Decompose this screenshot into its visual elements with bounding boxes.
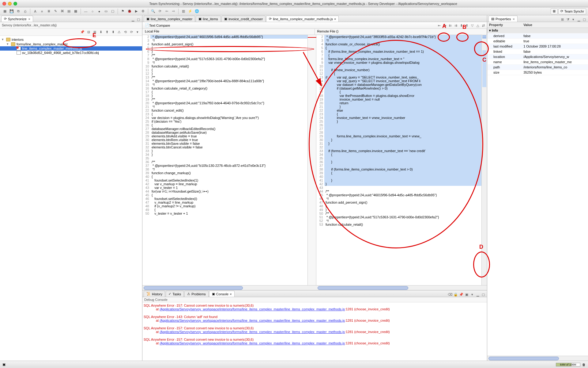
perspective-label: Team Synchr [564,10,584,13]
align-left-icon[interactable]: ≡ [39,8,45,14]
copy-all-left-icon[interactable]: ⇇ [448,23,453,28]
prev-change-icon[interactable]: △ [475,23,480,28]
minimize-view-icon[interactable]: ▁ [576,17,581,22]
menu-icon[interactable]: ▾ [135,29,140,35]
save-icon[interactable]: 💾 [9,8,15,14]
perspective-team-sync[interactable]: ⟳ Team Synchr [558,8,586,14]
tab-problems[interactable]: ⚠ Problems [184,291,208,297]
tree-item-root[interactable]: ▾interiors [0,37,142,42]
editor-tab-3[interactable]: ⟳ line_items_complex_master_methods.js × [266,16,339,22]
next-change-icon[interactable]: ▽ [470,23,475,28]
close-icon[interactable]: × [28,17,30,21]
zoom-window-button[interactable] [13,2,17,6]
run-icon[interactable]: ▶ [133,8,139,14]
left-hscrollbar[interactable] [142,285,308,290]
nav-back-icon[interactable]: ⇦ [164,8,170,14]
circle-icon[interactable]: ○ [89,8,96,14]
copy-all-right-icon[interactable]: ⇉ [453,23,458,28]
local-file-title: Local File [142,29,315,35]
maximize-view-icon[interactable]: ▢ [481,292,486,297]
local-file-pane[interactable]: 2 * @properties={typeid:24,uuid:"46015f9… [142,35,308,285]
tree-item-folder[interactable]: ▾forms/line_items_complex_master [0,42,142,46]
close-window-button[interactable] [2,2,6,6]
link-icon[interactable]: ⌘ [59,8,65,14]
debug-icon[interactable]: 🐞 [126,8,133,14]
pin-console-icon[interactable]: 📌 [459,292,464,297]
main-toolbar: ▦ 💾 ⧉ ⎙ A ≡ ≣ ✎ ⌘ ▤ ▦ — ○ ● ▭ ▢ ⚑ 🐞 ▶ ⚙ … [0,7,588,15]
filled-circle-icon[interactable]: ● [96,8,102,14]
editor-tab-0[interactable]: ▣ line_items_complex_master [144,16,195,22]
window-title: Team Synchronizing - Servoy (interiors/f… [21,2,586,6]
close-icon[interactable]: × [230,292,232,296]
scroll-lock-icon[interactable]: 🔒 [453,292,458,297]
commit-icon[interactable]: ⟳ [129,29,134,35]
collapse-all-icon[interactable]: ⊟ [86,29,91,35]
minimize-window-button[interactable] [8,2,12,6]
text-icon[interactable]: A [32,8,38,14]
close-icon[interactable]: × [334,17,336,21]
right-hscrollbar[interactable] [316,285,482,290]
tab-tasks[interactable]: ✓ Tasks [166,291,184,297]
minimize-view-icon[interactable]: ▁ [475,292,480,297]
maximize-view-icon[interactable]: ▢ [136,17,141,22]
both-mode-icon[interactable]: ⬍ [110,29,116,35]
open-console-icon[interactable]: ▾ [470,292,475,297]
sync-header: Servoy (interiors/for...lex_master.obj) [0,22,142,29]
editor-tab-2[interactable]: ▣ invoice_credit_chooser [221,16,266,22]
editor-tabbar: ▣ line_items_complex_master ▣ line_items… [142,15,487,22]
save-all-icon[interactable]: ⧉ [15,8,21,14]
maximize-view-icon[interactable]: ▢ [582,17,587,22]
properties-tab[interactable]: ▤ Properties × [488,16,518,22]
gc-icon[interactable]: 🗑 [582,363,586,366]
copy-left-icon[interactable]: ⇤ [437,23,442,28]
edit-icon[interactable]: ✎ [52,8,58,14]
tab-console[interactable]: ▣ Console × [209,291,235,297]
conflicts-mode-icon[interactable]: ⚠ [116,29,122,35]
editor-tab-1[interactable]: ▣ line_items [196,16,221,22]
tree-item-file-obj[interactable]: sv_10b06d52_6449_4968_aebd_b78e17cc80fd.… [0,51,142,55]
align-center-icon[interactable]: ≣ [46,8,52,14]
close-icon[interactable]: × [513,17,514,21]
table-icon[interactable]: ▤ [66,8,72,14]
flag-icon[interactable]: ⚑ [120,8,126,14]
outgoing-mode-icon[interactable]: ⬆ [104,29,110,35]
tab-history[interactable]: 📜 History [144,291,165,297]
categories-icon[interactable]: ⊞ [560,17,565,22]
filter-icon[interactable]: ⧩ [565,17,570,22]
annotation-label-c: C [482,57,486,63]
minimize-view-icon[interactable]: ▁ [130,17,135,22]
new-icon[interactable]: ▦ [2,8,8,14]
globe-icon[interactable]: 🌐 [194,8,200,14]
external-tools-icon[interactable]: ⚙ [140,8,146,14]
nav-fwd-icon[interactable]: ⇨ [170,8,176,14]
console-output[interactable]: SQL Anywhere Error -157: Cannot convert … [142,302,487,361]
pin-icon[interactable]: 📌 [80,29,85,35]
sync-tab[interactable]: ⟳ Synchronize × [1,16,33,22]
remote-file-pane[interactable]: 2 * @properties={typeid:24,uuid:"3f833f5… [316,35,481,285]
script-icon[interactable]: ⚡ [187,8,193,14]
console-type-header: Debug Console [142,297,487,302]
swap-icon[interactable]: ⇄ [481,23,486,28]
menu-icon[interactable]: ▾ [571,17,576,22]
incoming-mode-icon[interactable]: ⬇ [98,29,104,35]
rounded-rect-icon[interactable]: ▢ [110,8,116,14]
line-icon[interactable]: — [83,8,89,14]
sync-view-tabbar: ⟳ Synchronize × ▁ ▢ [0,15,142,22]
print-icon[interactable]: ⎙ [22,8,28,14]
clear-console-icon[interactable]: ⌫ [448,292,453,297]
display-console-icon[interactable]: ▣ [464,292,469,297]
form-icon[interactable]: ▥ [180,8,187,14]
update-icon[interactable]: ⟲ [123,29,128,35]
properties-table[interactable]: PropertyValue ▾ Info derivedfalseeditabl… [487,22,588,356]
sync-toolbar: 📌 ⊟ ⊞ ⬇ ⬆ ⬍ ⚠ ⟲ ⟳ ▾ [0,29,142,36]
sync-tree[interactable]: ▾interiors ▾forms/line_items_complex_mas… [0,36,142,361]
sync-icon[interactable]: ⟳ [157,8,163,14]
tree-item-file-methods[interactable]: line_items_complex_master_methods.js [0,46,142,51]
search-icon[interactable]: 🔍 [150,8,156,14]
rect-icon[interactable]: ▭ [103,8,109,14]
properties-hscrollbar[interactable] [487,356,588,361]
open-perspective-button[interactable]: ⊞ [551,8,558,14]
layout-icon[interactable]: ▦ [73,8,79,14]
remote-file-title: Remote File () [315,29,487,35]
heap-status[interactable]: 64M of 100M [556,363,580,366]
